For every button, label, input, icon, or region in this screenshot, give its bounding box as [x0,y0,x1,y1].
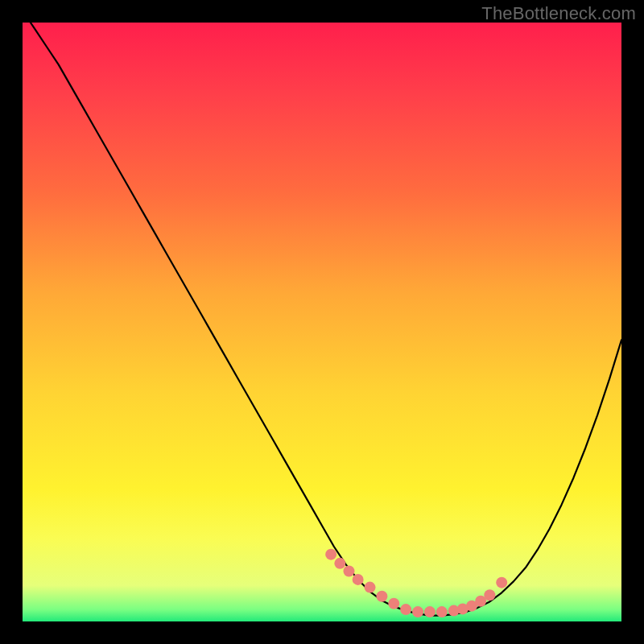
optimum-marker-dot [484,589,495,601]
optimum-marker-dot [388,598,399,609]
optimum-marker-dot [365,582,376,593]
optimum-marker-dot [400,604,411,615]
chart-svg [23,23,621,621]
optimum-marker-dot [343,566,354,577]
optimum-marker-dot [436,606,448,617]
bottleneck-curve [23,23,621,616]
chart-frame: TheBottleneck.com [0,0,644,644]
plot-gradient-background [23,23,621,621]
optimum-marker-dot [376,591,387,602]
optimum-marker-dot [496,577,507,588]
optimum-marker-dot [424,606,436,617]
optimum-marker-dot [412,606,423,617]
plot-area-border [23,23,621,621]
optimum-marker-dot [325,549,336,560]
watermark-text: TheBottleneck.com [481,3,636,24]
optimum-marker-dot [334,558,345,569]
optimum-marker-dot [353,574,364,585]
